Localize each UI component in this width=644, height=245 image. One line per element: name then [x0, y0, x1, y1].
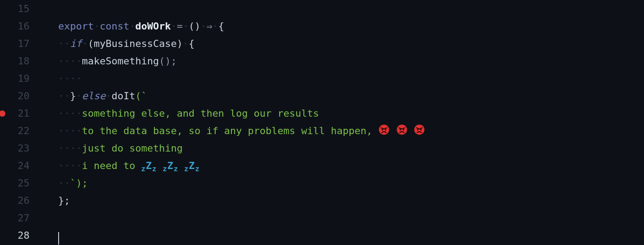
- brace-open: {: [188, 38, 194, 49]
- code-line[interactable]: [58, 209, 644, 227]
- code-line[interactable]: ··if·(myBusinessCase)·{: [58, 35, 644, 52]
- whitespace: ····: [58, 55, 82, 67]
- whitespace: ·: [171, 21, 177, 32]
- string-literal: to the data base, so if any problems wil…: [82, 125, 378, 136]
- string-literal: something else, and then log our results: [82, 108, 319, 119]
- whitespace: ····: [58, 108, 82, 119]
- whitespace: ·: [200, 21, 206, 32]
- function-name: doWOrk: [135, 21, 171, 32]
- keyword-else: else: [82, 90, 106, 101]
- brace-close: }: [70, 90, 76, 101]
- whitespace: ·: [106, 90, 111, 101]
- whitespace: ·: [183, 38, 188, 49]
- svg-point-8: [420, 129, 422, 130]
- string-literal: i need to: [82, 160, 141, 171]
- code-line[interactable]: [58, 0, 644, 17]
- line-number[interactable]: 27: [0, 209, 30, 227]
- keyword-const: const: [100, 21, 129, 32]
- sleep-icon: zZz: [141, 160, 157, 171]
- line-number[interactable]: 18: [0, 52, 30, 70]
- line-number-current[interactable]: 28: [0, 227, 30, 244]
- code-line[interactable]: ····to the data base, so if any problems…: [58, 122, 644, 139]
- svg-point-3: [397, 125, 407, 135]
- whitespace: ····: [58, 143, 82, 154]
- whitespace: ·: [82, 38, 88, 49]
- text-cursor: [58, 232, 59, 245]
- brace-close: };: [58, 195, 70, 206]
- line-number[interactable]: 17: [0, 35, 30, 52]
- line-number[interactable]: 15: [0, 0, 30, 17]
- paren-open: (: [88, 38, 94, 49]
- code-area[interactable]: export·const·doWOrk·=·()·⇒·{ ··if·(myBus…: [40, 0, 644, 245]
- svg-point-6: [414, 125, 424, 135]
- whitespace: ····: [58, 73, 82, 84]
- line-number[interactable]: 16: [0, 17, 30, 35]
- sleep-icon: zZz: [184, 160, 200, 171]
- line-number[interactable]: 23: [0, 139, 30, 157]
- arrow-operator: ⇒: [206, 21, 212, 32]
- whitespace: ·: [94, 21, 99, 32]
- code-line[interactable]: };: [58, 192, 644, 209]
- line-number-breakpoint[interactable]: 21: [0, 105, 30, 122]
- whitespace: ·: [212, 21, 218, 32]
- code-line[interactable]: ····i need to zZz zZz zZz: [58, 157, 644, 174]
- brace-open: {: [218, 21, 224, 32]
- whitespace: ·: [183, 21, 188, 32]
- svg-point-2: [385, 129, 386, 130]
- parens: (): [188, 21, 200, 32]
- code-line[interactable]: [58, 227, 644, 244]
- whitespace: ··: [58, 177, 70, 189]
- whitespace: ··: [58, 90, 70, 101]
- punctuation: ();: [159, 55, 177, 67]
- angry-face-icon: [396, 123, 408, 141]
- function-call: doIt: [111, 90, 135, 101]
- code-line[interactable]: ····: [58, 70, 644, 87]
- identifier: myBusinessCase: [94, 38, 177, 49]
- line-number[interactable]: 20: [0, 87, 30, 105]
- whitespace: ··: [58, 38, 70, 49]
- line-number[interactable]: 19: [0, 70, 30, 87]
- code-line[interactable]: ··`);: [58, 174, 644, 192]
- whitespace: ····: [58, 160, 82, 171]
- line-number[interactable]: 26: [0, 192, 30, 209]
- keyword-if: if: [70, 38, 82, 49]
- line-number[interactable]: 24: [0, 157, 30, 174]
- code-line[interactable]: export·const·doWOrk·=·()·⇒·{: [58, 17, 644, 35]
- function-call: makeSomething: [82, 55, 159, 67]
- svg-point-0: [379, 125, 389, 135]
- svg-point-7: [417, 129, 418, 130]
- code-line[interactable]: ····something else, and then log our res…: [58, 105, 644, 122]
- code-line[interactable]: ····just do something: [58, 139, 644, 157]
- operator-equals: =: [177, 21, 183, 32]
- whitespace: ·: [76, 90, 82, 101]
- keyword-export: export: [58, 21, 94, 32]
- template-close: `);: [70, 177, 88, 189]
- paren-close: ): [177, 38, 183, 49]
- code-editor[interactable]: 15 16 17 18 19 20 21 22 23 24 25 26 27 2…: [0, 0, 644, 245]
- whitespace: ·: [129, 21, 135, 32]
- template-open: (`: [135, 90, 147, 101]
- whitespace: ····: [58, 125, 82, 136]
- svg-point-4: [399, 129, 401, 130]
- code-line[interactable]: ····makeSomething();: [58, 52, 644, 70]
- line-number[interactable]: 25: [0, 174, 30, 192]
- line-number[interactable]: 22: [0, 122, 30, 139]
- svg-point-5: [403, 129, 404, 130]
- string-literal: just do something: [82, 143, 183, 154]
- code-line[interactable]: ··}·else·doIt(`: [58, 87, 644, 105]
- angry-face-icon: [414, 123, 425, 141]
- angry-face-icon: [378, 123, 390, 141]
- line-number-gutter[interactable]: 15 16 17 18 19 20 21 22 23 24 25 26 27 2…: [0, 0, 40, 245]
- sleep-icon: zZz: [163, 160, 179, 171]
- svg-point-1: [382, 129, 383, 130]
